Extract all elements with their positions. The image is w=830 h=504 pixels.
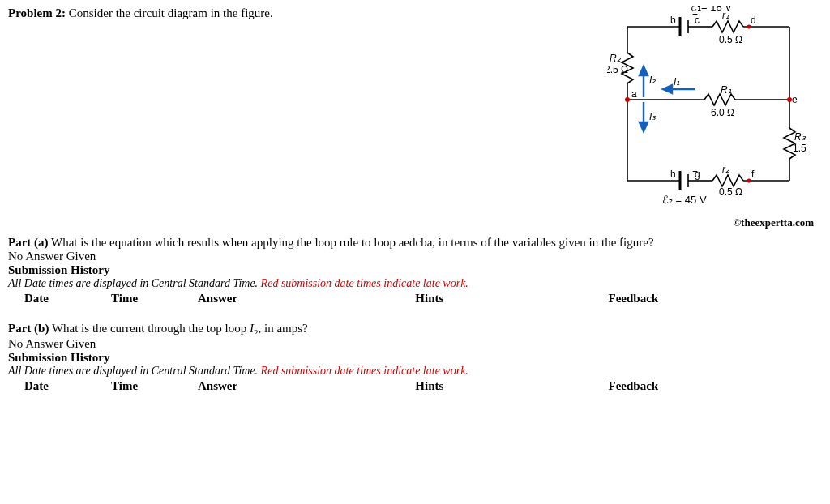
submission-note-b: All Date times are displayed in Central … — [8, 365, 822, 378]
svg-marker-23 — [640, 66, 648, 75]
submission-table-a: Date Time Answer Hints Feedback — [8, 290, 738, 317]
col-time-b: Time — [105, 378, 191, 404]
svg-text:R₃: R₃ — [794, 131, 806, 143]
svg-text:2.5 Ω: 2.5 Ω — [607, 64, 628, 75]
svg-marker-27 — [640, 122, 648, 131]
submission-history-heading-b: Submission History — [8, 351, 822, 365]
svg-text:R₂: R₂ — [610, 53, 622, 64]
svg-text:I₃: I₃ — [649, 111, 657, 122]
svg-text:R₁: R₁ — [721, 84, 732, 96]
submission-note-red-b: Red submission date times indicate late … — [261, 365, 468, 377]
svg-text:1.5 Ω: 1.5 Ω — [793, 143, 806, 154]
col-time: Time — [105, 290, 191, 317]
col-date: Date — [8, 290, 105, 317]
part-a: Part (a) What is the equation which resu… — [8, 236, 822, 250]
part-b: Part (b) What is the current through the… — [8, 322, 822, 337]
problem-prompt: Consider the circuit diagram in the figu… — [69, 6, 273, 19]
svg-text:d: d — [751, 15, 756, 26]
col-feedback: Feedback — [601, 290, 738, 317]
problem-header: Problem 2: Consider the circuit diagram … — [8, 6, 273, 213]
submission-note-red: Red submission date times indicate late … — [261, 277, 468, 289]
col-hints-b: Hints — [409, 378, 601, 404]
svg-point-21 — [747, 179, 751, 183]
svg-text:r₂: r₂ — [722, 164, 730, 175]
part-a-text: What is the equation which results when … — [51, 236, 654, 249]
part-b-text-suffix: , in amps? — [259, 322, 308, 335]
svg-text:b: b — [670, 15, 676, 26]
submission-note-prefix-b: All Date times are displayed in Central … — [8, 365, 261, 377]
part-b-text-prefix: What is the current through the top loop — [52, 322, 250, 335]
svg-text:I₂: I₂ — [649, 75, 657, 86]
col-date-b: Date — [8, 378, 105, 404]
svg-text:0.5 Ω: 0.5 Ω — [719, 34, 742, 45]
part-a-noanswer: No Answer Given — [8, 250, 822, 263]
svg-point-18 — [625, 97, 630, 102]
col-answer-b: Answer — [191, 378, 409, 404]
col-answer: Answer — [191, 290, 409, 317]
svg-marker-25 — [663, 85, 672, 93]
svg-text:e: e — [792, 94, 798, 105]
submission-note-a: All Date times are displayed in Central … — [8, 277, 822, 290]
submission-note-prefix: All Date times are displayed in Central … — [8, 277, 261, 289]
part-b-label: Part (b) — [8, 322, 49, 335]
svg-text:g: g — [695, 169, 700, 180]
part-b-noanswer: No Answer Given — [8, 337, 822, 351]
svg-text:a: a — [631, 88, 637, 100]
problem-title: Problem 2: — [8, 6, 66, 19]
svg-text:6.0 Ω: 6.0 Ω — [711, 107, 734, 118]
copyright: ©theexpertta.com — [8, 216, 814, 229]
svg-text:f: f — [751, 169, 755, 180]
svg-text:I₁: I₁ — [674, 76, 680, 88]
svg-text:h: h — [670, 169, 676, 180]
col-hints: Hints — [409, 290, 601, 317]
circuit-diagram: + + ℰ₁= 18 V b c d r₁ 0.5 Ω R₂ 2.5 Ω a e… — [607, 6, 806, 213]
submission-history-heading-a: Submission History — [8, 263, 822, 277]
part-a-label: Part (a) — [8, 236, 49, 249]
submission-table-b: Date Time Answer Hints Feedback — [8, 378, 738, 404]
svg-text:c: c — [695, 15, 700, 26]
svg-text:0.5 Ω: 0.5 Ω — [719, 186, 742, 198]
svg-text:ℰ₂ = 45 V: ℰ₂ = 45 V — [662, 194, 707, 206]
col-feedback-b: Feedback — [601, 378, 738, 404]
svg-text:r₁: r₁ — [722, 10, 729, 21]
